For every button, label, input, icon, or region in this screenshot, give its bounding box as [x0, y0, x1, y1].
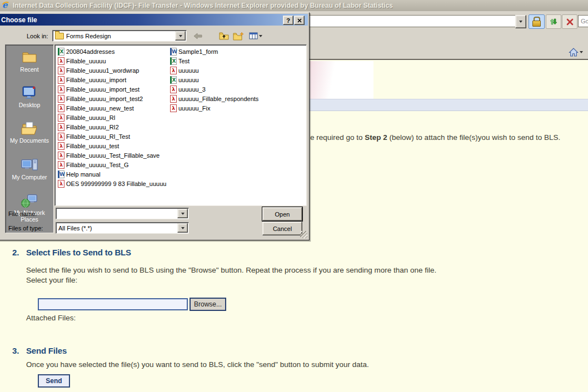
file-item[interactable]: Fillable_uuuuu_import_test: [58, 84, 166, 94]
browser-titlebar: e Internet Data Collection Facility (IDC…: [0, 0, 588, 11]
up-one-level-button[interactable]: [217, 30, 230, 42]
sidebar-item-label: Desktop: [19, 102, 41, 108]
file-item[interactable]: Fillable_uuuuu_import_test2: [58, 94, 166, 103]
dialog-help-button[interactable]: ?: [283, 16, 293, 25]
sidebar-item-label: My Computer: [12, 174, 47, 180]
file-item[interactable]: Fillable_uuuuu_Test_Fillable_save: [58, 150, 166, 160]
dialog-close-button[interactable]: [294, 16, 305, 25]
file-name-dropdown-button[interactable]: [177, 209, 188, 218]
look-in-label: Look in:: [27, 33, 48, 39]
file-item[interactable]: Fillable_uuuuu_test: [58, 141, 166, 150]
pdf-file-icon: [58, 123, 64, 131]
file-item[interactable]: Fillable_uuuuu1_wordwrap: [58, 66, 166, 75]
fragment-prefix: e required go to: [310, 133, 365, 142]
file-item[interactable]: Fillable_uuuuu_RI2: [58, 122, 166, 132]
file-label: uuuuuu_Fillable_respondents: [178, 96, 258, 102]
resize-grip[interactable]: [300, 231, 307, 238]
look-in-combobox[interactable]: Forms Redesign: [52, 30, 187, 42]
pdf-file-icon: [58, 76, 64, 84]
stop-button[interactable]: [562, 14, 577, 29]
file-list[interactable]: 200804addresses Fillable_uuuuu Fillable_…: [54, 44, 307, 206]
pdf-file-icon: [58, 152, 64, 159]
sidebar-item-my-documents[interactable]: My Documents: [6, 120, 53, 144]
dialog-titlebar[interactable]: Choose file: [0, 14, 308, 26]
file-label: Fillable_uuuuu_Test_Fillable_save: [66, 152, 160, 159]
file-item[interactable]: Test: [170, 56, 258, 66]
folder-icon: [55, 33, 64, 39]
address-dropdown-button[interactable]: [515, 15, 526, 28]
step3-number: 3.: [12, 346, 19, 355]
home-button[interactable]: [566, 46, 586, 59]
desktop-icon: [21, 85, 38, 100]
file-item[interactable]: OES 999999999 9 83 Fillable_uuuuu: [58, 179, 166, 188]
view-menu-button[interactable]: [247, 30, 264, 42]
sidebar-item-recent[interactable]: Recent: [6, 49, 53, 73]
pdf-file-icon: [170, 86, 177, 93]
pdf-file-icon: [170, 67, 177, 74]
back-button[interactable]: [192, 30, 204, 42]
files-of-type-combobox[interactable]: All Files (*.*): [56, 222, 189, 234]
file-item[interactable]: Fillable_uuuuu_RI: [58, 113, 166, 122]
create-new-folder-button[interactable]: [232, 30, 245, 42]
sidebar-item-label: My Documents: [10, 137, 49, 144]
file-list-column-1: 200804addresses Fillable_uuuuu Fillable_…: [58, 47, 166, 188]
file-label: 200804addresses: [66, 48, 114, 55]
file-path-input[interactable]: [38, 298, 188, 310]
pdf-file-icon: [170, 104, 177, 112]
file-item[interactable]: Fillable_uuuuu_new_test: [58, 103, 166, 113]
step2-body: Select the file you wish to send to BLS …: [26, 266, 436, 274]
pdf-file-icon: [58, 133, 64, 140]
fragment-suffix: (below) to attach the file(s)you wish to…: [387, 133, 560, 142]
pdf-file-icon: [58, 95, 64, 103]
file-item[interactable]: Help manual: [58, 169, 166, 179]
pdf-file-icon: [58, 86, 64, 93]
excel-file-icon: [170, 76, 177, 84]
file-name-label: File name:: [8, 210, 37, 217]
file-label: uuuuuu_3: [178, 86, 206, 93]
sidebar-item-desktop[interactable]: Desktop: [6, 85, 53, 108]
home-icon: [569, 48, 579, 57]
look-in-value: Forms Redesign: [66, 33, 111, 39]
step1-instruction-fragment: e required go to Step 2 (below) to attac…: [310, 133, 560, 142]
sidebar-item-my-computer[interactable]: My Computer: [6, 157, 53, 180]
file-label: Fillable_uuuuu_RI_Test: [66, 133, 130, 140]
open-button[interactable]: Open: [262, 207, 302, 221]
file-item[interactable]: uuuuuu_Fix: [170, 103, 258, 113]
files-of-type-dropdown-button[interactable]: [177, 223, 188, 233]
file-item[interactable]: uuuuuu_Fillable_respondents: [170, 94, 258, 103]
file-label: Fillable_uuuuu_new_test: [66, 105, 134, 112]
file-name-combobox[interactable]: [56, 208, 189, 219]
dialog-title: Choose file: [1, 16, 37, 24]
back-arrow-icon: [193, 32, 202, 40]
step2-number: 2.: [12, 248, 19, 257]
chevron-down-icon: [181, 227, 185, 229]
word-file-icon: [170, 48, 177, 56]
look-in-dropdown-button[interactable]: [175, 31, 186, 41]
lock-icon: [532, 17, 541, 27]
file-item[interactable]: Fillable_uuuuu_import: [58, 75, 166, 84]
cancel-button[interactable]: Cancel: [262, 222, 302, 235]
file-item[interactable]: Sample1_form: [170, 47, 258, 56]
file-item[interactable]: uuuuuu_3: [170, 84, 258, 94]
sidebar-item-my-network-places[interactable]: My Network Places: [6, 193, 53, 223]
file-item[interactable]: Fillable_uuuuu: [58, 56, 166, 66]
step3-body: Once you have selected the file(s) you w…: [26, 360, 369, 369]
security-lock-button[interactable]: [529, 14, 545, 29]
search-input[interactable]: [578, 15, 588, 27]
file-label: uuuuuu: [178, 77, 199, 83]
file-item[interactable]: 200804addresses: [58, 47, 166, 56]
file-item[interactable]: Fillable_uuuuu_RI_Test: [58, 132, 166, 141]
file-item[interactable]: Fillable_uuuuu_Test_G: [58, 160, 166, 169]
file-item[interactable]: uuuuuu: [170, 75, 258, 84]
file-label: Fillable_uuuuu_test: [66, 143, 119, 149]
file-item[interactable]: uuuuuu: [170, 66, 258, 75]
file-label: Sample1_form: [178, 48, 218, 55]
file-label: uuuuuu_Fix: [178, 105, 211, 112]
pdf-file-icon: [58, 67, 64, 74]
file-label: OES 999999999 9 83 Fillable_uuuuu: [66, 180, 166, 187]
pdf-file-icon: [58, 114, 64, 122]
refresh-button[interactable]: [546, 14, 561, 29]
send-button[interactable]: Send: [38, 374, 70, 388]
browse-button[interactable]: Browse...: [190, 298, 226, 311]
close-icon: [297, 18, 302, 23]
